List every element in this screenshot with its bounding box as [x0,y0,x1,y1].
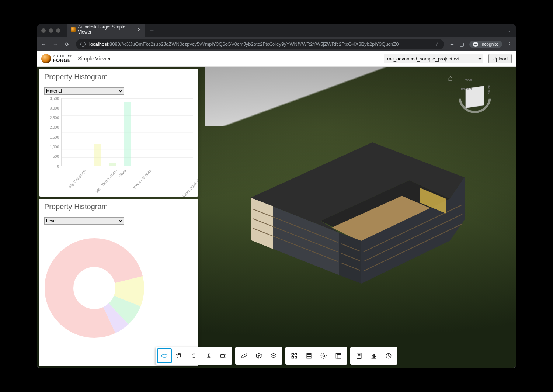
forge-logo-mark [41,54,51,63]
incognito-badge[interactable]: Incognito [469,41,502,48]
bookmark-icon[interactable]: ☆ [435,41,439,47]
svg-point-17 [162,354,167,357]
tool-section-button[interactable] [251,348,266,363]
svg-marker-4 [251,198,273,249]
cube-front-label[interactable]: FRONT [461,87,472,91]
incognito-icon [473,42,478,47]
tool-walk-button[interactable] [201,348,216,363]
panel1-property-select[interactable]: Material [44,87,124,95]
tool-histogram-button[interactable] [366,348,381,363]
tool-fullscreen-button[interactable] [331,348,346,363]
nav-forward-icon[interactable]: → [52,41,58,47]
view-cube[interactable]: FRONT RIGHT TOP [459,81,491,113]
min-dot[interactable] [49,28,53,33]
new-tab-button[interactable]: + [147,27,157,34]
tab-close-icon[interactable]: × [138,27,141,32]
bar-2[interactable] [94,144,101,166]
bar-chart[interactable]: 05001,0001,5002,0002,5003,0003,500 <By C… [46,98,195,195]
toolbar-group [235,347,282,365]
url-hash: /#dXJuOmFkc2sub2JqZWN0czpvcy5vYmplY3Q6cG… [120,41,399,47]
tool-orbit-button[interactable] [157,348,172,363]
svg-point-32 [323,355,325,357]
svg-rect-34 [337,354,341,358]
brand-bottom: FORGE [53,58,73,63]
incognito-label: Incognito [480,42,498,47]
forge-logo: AUTODESK FORGE [41,54,73,63]
panel2-property-select[interactable]: Level [44,217,124,225]
tool-settings-list-button[interactable] [302,348,316,363]
tool-updown-button[interactable] [187,348,201,363]
svg-rect-42 [375,356,376,358]
upload-button[interactable]: Upload [488,54,512,63]
svg-rect-23 [292,353,293,355]
toolbar-group [350,347,397,365]
tool-explode-button[interactable] [266,348,281,363]
tool-model-browser-button[interactable] [287,348,302,363]
svg-marker-5 [339,233,361,284]
browser-window: Autodesk Forge: Simple Viewer × + ⌄ ← → … [37,24,516,368]
svg-rect-41 [373,354,375,358]
bar-label: Metal - Aluminium, Black-Anodized [168,168,198,196]
svg-rect-20 [221,354,225,357]
close-dot[interactable] [41,28,46,33]
svg-rect-30 [307,355,311,356]
svg-rect-24 [295,353,297,355]
page: AUTODESK FORGE Simple Viewer rac_advance… [37,51,516,368]
site-info-icon[interactable]: i [80,42,86,47]
cube-right-label[interactable]: RIGHT [487,84,491,94]
svg-rect-40 [372,355,373,358]
tabs-dropdown-icon[interactable]: ⌄ [507,28,511,34]
tool-settings-button[interactable] [316,348,331,363]
toolbar-group [156,347,232,365]
url-port: :8080 [108,41,120,47]
tool-properties-button[interactable] [352,348,366,363]
page-header: AUTODESK FORGE Simple Viewer rac_advance… [37,51,516,67]
url-field[interactable]: i localhost:8080/#dXJuOmFkc2sub2JqZWN0cz… [76,39,444,49]
panel1-title: Property Histogram [39,69,198,84]
histogram-panel-level[interactable]: Property Histogram Level [39,199,198,366]
building-model[interactable] [218,122,483,292]
url-host: localhost [89,41,108,47]
url-text: localhost:8080/#dXJuOmFkc2sub2JqZWN0czpv… [89,41,399,47]
nav-back-icon[interactable]: ← [41,41,46,47]
svg-rect-26 [295,356,297,358]
svg-rect-29 [307,353,311,354]
tab-title: Autodesk Forge: Simple Viewer [78,24,134,35]
panel-icon[interactable]: ▢ [459,41,464,47]
window-controls[interactable] [41,28,60,33]
svg-rect-25 [292,356,293,358]
histogram-panel-material[interactable]: Property Histogram Material 05001,0001,5… [39,69,198,197]
svg-rect-21 [241,353,247,358]
extensions-icon[interactable]: ✦ [450,41,454,47]
bar-4[interactable] [124,102,131,166]
tool-measure-button[interactable] [237,348,251,363]
tool-pie-button[interactable] [381,348,396,363]
doughnut-chart[interactable] [39,233,150,343]
nav-reload-icon[interactable]: ⟳ [64,41,70,47]
svg-rect-31 [307,357,311,358]
tool-pan-button[interactable] [172,348,187,363]
bar-3[interactable] [109,163,116,166]
address-bar: ← → ⟳ i localhost:8080/#dXJuOmFkc2sub2Jq… [37,37,516,51]
panel2-title: Property Histogram [39,199,198,214]
tool-camera-button[interactable] [216,348,231,363]
tab-favicon [71,27,76,32]
page-title: Simple Viewer [78,56,111,62]
toolbar-group [285,347,347,365]
model-select[interactable]: rac_advanced_sample_project.rvt [384,54,483,63]
svg-point-19 [208,353,209,354]
viewer-canvas[interactable]: ⌂ FRONT RIGHT TOP Property Histogram Mat… [37,67,516,368]
titlebar: Autodesk Forge: Simple Viewer × + ⌄ [37,24,516,37]
kebab-menu-icon[interactable]: ⋮ [507,41,512,47]
max-dot[interactable] [56,28,60,33]
home-view-icon[interactable]: ⌂ [448,73,453,83]
viewer-toolbar [156,347,397,365]
cube-top-label[interactable]: TOP [465,79,472,82]
browser-tab[interactable]: Autodesk Forge: Simple Viewer × [67,24,145,37]
